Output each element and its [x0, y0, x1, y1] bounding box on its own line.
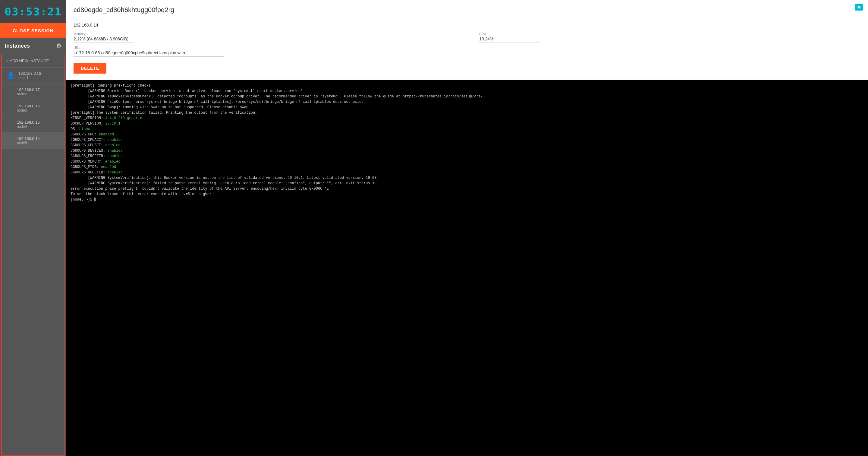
memory-value: 2.12% (84.88MiB / 3.906GiB): [73, 36, 134, 43]
cpu-value: 19.24%: [479, 36, 539, 43]
instance-item-node2[interactable]: 192.168.0.17node2: [2, 84, 64, 100]
instance-ip: 192.168.0.15: [17, 120, 40, 124]
instance-item-node3[interactable]: 192.168.0.16node3: [2, 100, 64, 116]
clock-display: 03:53:21: [3, 5, 63, 18]
ip-label: IP: [73, 18, 861, 22]
instance-ip: 192.168.0.18: [19, 71, 41, 76]
detail-panel: æ cd80egde_cd80h6khtugg00fpq2rg IP 192.1…: [66, 0, 868, 80]
add-instance-button[interactable]: + ADD NEW INSTANCE: [2, 54, 64, 67]
instance-info: 192.168.0.18node1: [19, 71, 41, 80]
url-label: URL: [73, 46, 861, 50]
instance-item-node5[interactable]: 192.168.0.14node5: [2, 133, 64, 149]
instance-info: 192.168.0.15node4: [17, 120, 40, 129]
memory-label: Memory: [73, 32, 455, 36]
instance-ip: 192.168.0.16: [17, 104, 40, 108]
ip-value: 192.168.0.14: [73, 23, 134, 29]
gear-icon[interactable]: ⚙: [56, 42, 61, 50]
instance-name: node2: [17, 92, 40, 96]
instance-info: 192.168.0.16node3: [17, 104, 40, 113]
top-right-logo: æ: [855, 4, 863, 10]
instance-item-node1[interactable]: 👤192.168.0.18node1: [2, 67, 64, 84]
main-content: æ cd80egde_cd80h6khtugg00fpq2rg IP 192.1…: [66, 0, 868, 456]
instance-name: node5: [17, 141, 40, 145]
terminal[interactable]: [preflight] Running pre-flight checks [W…: [66, 80, 868, 456]
memory-cpu-row: Memory 2.12% (84.88MiB / 3.906GiB) CPU 1…: [73, 32, 861, 43]
memory-field: Memory 2.12% (84.88MiB / 3.906GiB): [73, 32, 455, 43]
avatar-icon: 👤: [7, 72, 15, 80]
instances-list-container: + ADD NEW INSTANCE 👤192.168.0.18node1192…: [1, 54, 65, 456]
close-session-button[interactable]: CLOSE SESSION: [0, 23, 66, 38]
instance-ip: 192.168.0.17: [17, 87, 40, 92]
ip-field: IP 192.168.0.14: [73, 18, 861, 29]
delete-button[interactable]: DELETE: [73, 63, 106, 74]
cpu-field: CPU 19.24%: [479, 32, 861, 43]
sidebar: 03:53:21 CLOSE SESSION Instances ⚙ + ADD…: [0, 0, 66, 456]
instance-info: 192.168.0.17node2: [17, 87, 40, 96]
instance-info: 192.168.0.14node5: [17, 136, 40, 145]
clock-area: 03:53:21: [0, 0, 66, 23]
instances-header: Instances ⚙: [0, 38, 66, 54]
instance-item-node4[interactable]: 192.168.0.15node4: [2, 116, 64, 133]
instance-ip: 192.168.0.14: [17, 136, 40, 141]
url-field: URL ip172-18-0-65-cd80egder0q000cphe9g.d…: [73, 46, 861, 57]
instance-name: node4: [17, 124, 40, 129]
instance-name: node1: [19, 76, 41, 80]
cpu-label: CPU: [479, 32, 861, 36]
url-value: ip172-18-0-65-cd80egder0q000cphe9g.direc…: [73, 50, 224, 57]
instances-list: 👤192.168.0.18node1192.168.0.17node2192.1…: [2, 67, 64, 149]
instances-label: Instances: [5, 43, 30, 49]
instance-title: cd80egde_cd80h6khtugg00fpq2rg: [73, 6, 861, 14]
instance-name: node3: [17, 108, 40, 113]
